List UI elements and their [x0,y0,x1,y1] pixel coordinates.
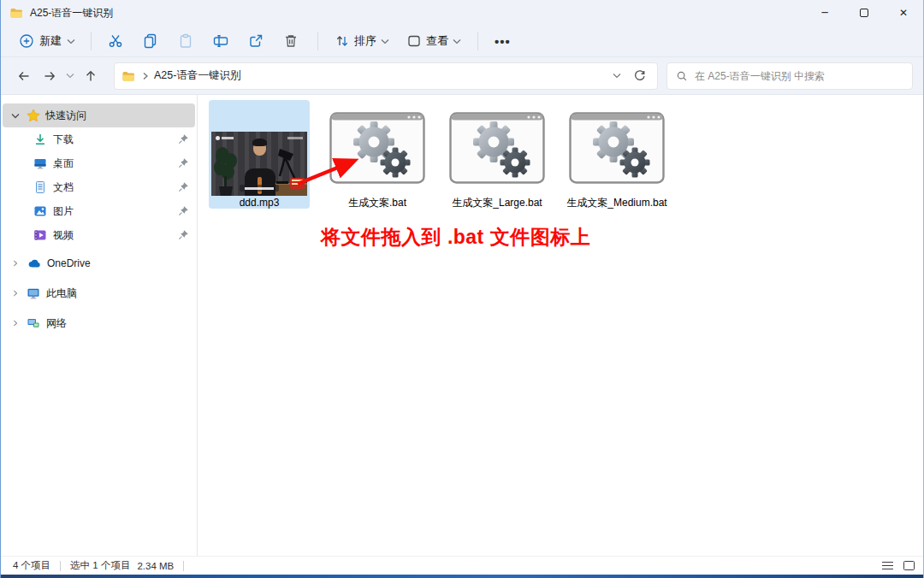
command-toolbar: 新建 [1,26,923,57]
pin-icon[interactable] [178,157,189,168]
quick-access-label: 快速访问 [45,109,86,123]
sidebar-item-videos[interactable]: 视频 [1,223,197,247]
download-icon [33,133,47,146]
file-name[interactable]: ddd.mp3 [240,197,280,209]
plus-circle-icon [19,33,34,49]
view-button[interactable]: 查看 [398,28,470,54]
videos-icon [33,228,47,242]
file-name[interactable]: 生成文案_Large.bat [452,197,542,209]
back-button[interactable] [11,63,37,89]
chevron-right-icon[interactable] [11,258,20,268]
pin-icon[interactable] [178,133,189,144]
sidebar-item-quick-access[interactable]: 快速访问 [3,103,195,127]
close-button[interactable]: ✕ [884,0,923,26]
file-name[interactable]: 生成文案.bat [348,197,406,209]
onedrive-cloud-icon [27,257,41,269]
recent-locations-button[interactable] [62,63,78,89]
view-button-label: 查看 [426,33,448,49]
file-tile-bat-1[interactable]: 生成文案.bat [327,100,428,209]
sidebar-item-label: OneDrive [47,257,91,269]
sort-button-label: 排序 [354,33,376,49]
sort-arrows-icon [335,33,350,49]
share-icon [248,33,264,49]
pin-icon[interactable] [178,229,189,240]
selection-size: 2.34 MB [137,561,174,571]
pictures-icon [33,204,47,218]
view-icon [406,33,422,49]
sidebar-item-desktop[interactable]: 桌面 [1,151,197,175]
sidebar-item-label: 桌面 [53,156,74,171]
search-box[interactable] [666,62,913,90]
breadcrumb-folder-name[interactable]: A25-语音一键识别 [154,68,240,83]
sidebar-item-label: 此电脑 [46,286,77,301]
chevron-right-icon[interactable] [11,288,20,298]
sidebar-item-network[interactable]: 网络 [1,311,197,335]
file-tile-ddd-mp3[interactable]: ddd.mp3 [209,100,310,209]
thumb-logo-icon [216,136,220,140]
batch-file-icon [329,112,425,184]
cut-button[interactable] [99,28,132,54]
batch-file-icon [449,112,545,184]
chevron-down-icon [67,38,75,45]
delete-button[interactable] [275,28,307,54]
up-button[interactable] [78,63,104,89]
forward-arrow-icon [43,69,56,83]
minimize-button[interactable]: ─ [805,0,844,26]
trash-icon [283,33,299,49]
folder-icon [121,69,135,83]
share-button[interactable] [240,28,272,54]
refresh-button[interactable] [628,65,650,87]
this-pc-icon [27,286,40,300]
file-name[interactable]: 生成文案_Medium.bat [566,197,666,209]
rename-button[interactable] [204,28,237,54]
sidebar-item-label: 图片 [53,204,74,219]
file-list-area[interactable]: ddd.mp3 [198,95,923,556]
sidebar-item-label: 下载 [53,133,74,147]
chevron-right-icon[interactable] [11,318,20,328]
red-badge [290,178,305,189]
subtitle-caption [240,185,279,192]
selection-count: 选中 1 个项目 [70,559,130,572]
maximize-button[interactable] [844,0,884,26]
address-bar-row: A25-语音一键识别 [1,57,923,95]
maximize-icon [860,9,868,17]
file-tile-bat-3[interactable]: 生成文案_Medium.bat [566,100,667,209]
file-explorer-window: A25-语音一键识别 ─ ✕ 新建 [0,0,924,578]
pin-icon[interactable] [178,181,189,192]
sidebar-item-label: 网络 [46,316,67,331]
sidebar-item-this-pc[interactable]: 此电脑 [1,281,197,305]
new-button[interactable]: 新建 [11,28,83,54]
item-count: 4 个项目 [13,559,50,572]
details-view-button[interactable] [882,562,893,570]
mp3-video-thumbnail [211,132,307,196]
sidebar-item-onedrive[interactable]: OneDrive [1,251,197,275]
chevron-down-icon[interactable] [11,112,20,120]
search-input[interactable] [695,70,905,82]
sort-button[interactable]: 排序 [326,28,398,54]
more-dots-icon: ••• [495,34,511,49]
sidebar-item-documents[interactable]: 文档 [1,175,197,199]
address-dropdown-button[interactable] [606,65,628,87]
title-bar: A25-语音一键识别 ─ ✕ [1,0,923,26]
paste-button[interactable] [169,28,202,54]
refresh-icon [633,69,646,82]
chevron-down-icon [613,72,621,80]
forward-button[interactable] [37,63,62,89]
plant-silhouette [212,144,241,196]
file-tile-bat-2[interactable]: 生成文案_Large.bat [447,100,548,209]
sidebar-item-downloads[interactable]: 下载 [1,127,197,151]
copy-button[interactable] [134,28,167,54]
breadcrumb[interactable]: A25-语音一键识别 [114,62,658,90]
minimize-icon: ─ [821,7,827,19]
thumb-logo-text [222,137,234,139]
sidebar-item-pictures[interactable]: 图片 [1,199,197,223]
more-options-button[interactable]: ••• [486,34,519,49]
cut-scissors-icon [108,33,123,49]
large-thumbnails-view-button[interactable] [903,561,915,570]
rename-icon [213,33,228,49]
copy-icon [143,33,158,49]
person-hair [252,139,267,146]
pin-icon[interactable] [178,205,189,216]
status-separator [60,561,61,571]
toolbar-separator [477,32,478,50]
